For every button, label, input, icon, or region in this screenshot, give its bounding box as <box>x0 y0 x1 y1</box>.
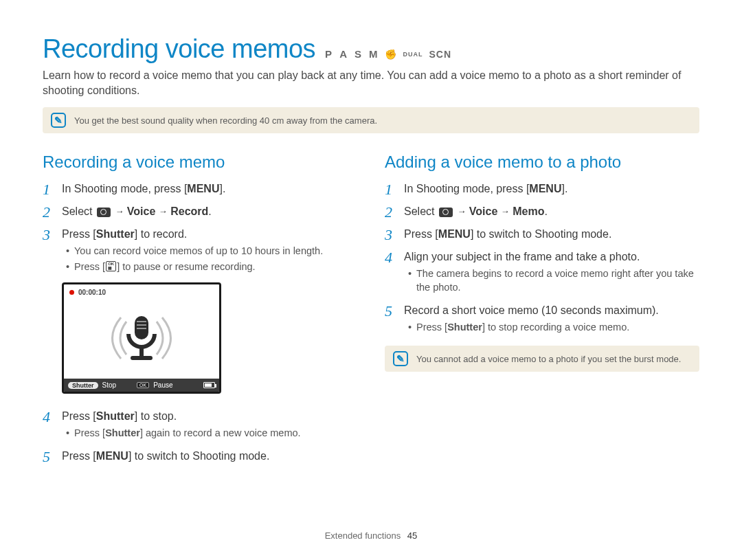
text: In Shooting mode, press [ <box>62 183 187 194</box>
step-number: 1 <box>385 181 397 197</box>
text: Select <box>404 205 438 217</box>
text: Press [ <box>74 261 105 272</box>
arrow-icon: → <box>115 206 124 216</box>
intro-text: Learn how to record a voice memo that yo… <box>43 68 699 98</box>
text: Select <box>62 205 95 217</box>
arrow-icon: → <box>159 206 168 216</box>
right-heading: Adding a voice memo to a photo <box>385 153 699 172</box>
text: Press [ <box>404 228 438 240</box>
menu-button-label: MENU <box>187 183 219 194</box>
menu-button-label: MENU <box>438 228 471 240</box>
step-number: 5 <box>43 449 55 464</box>
text: In Shooting mode, press [ <box>404 183 529 194</box>
mode-m: M <box>369 48 379 60</box>
shutter-label: Shutter <box>96 410 135 422</box>
tip-text: You get the best sound quality when reco… <box>74 115 377 126</box>
text: Record a short voice memo (10 seconds ma… <box>404 304 659 316</box>
menu-path-record: Record <box>170 205 208 217</box>
menu-path-voice: Voice <box>127 205 156 217</box>
mode-dual: DUAL <box>403 51 423 58</box>
left-column: Recording a voice memo 1 In Shooting mod… <box>43 153 357 471</box>
text: Press [ <box>62 450 96 462</box>
shutter-label: Shutter <box>447 322 482 333</box>
camera-icon <box>439 208 453 217</box>
text: Press [ <box>62 410 96 422</box>
text: ] to record. <box>135 228 187 240</box>
left-step-5: 5 Press [MENU] to switch to Shooting mod… <box>43 449 357 464</box>
step-number: 4 <box>385 249 397 296</box>
right-column: Adding a voice memo to a photo 1 In Shoo… <box>385 153 699 471</box>
mode-hand-icon: ✊ <box>385 49 396 60</box>
menu-path-voice: Voice <box>469 205 498 217</box>
shutter-label: Shutter <box>105 427 140 438</box>
ok-icon: OK▦ <box>106 261 116 271</box>
text: Press [ <box>74 427 105 438</box>
substep: You can record voice memos of up to 10 h… <box>66 245 357 258</box>
lcd-pause-label: Pause <box>153 381 172 389</box>
step-number: 2 <box>385 204 397 220</box>
arrow-icon: → <box>501 206 510 216</box>
mode-s: S <box>355 48 363 60</box>
left-step-3: 3 Press [Shutter] to record. You can rec… <box>43 227 357 276</box>
text: ]. <box>561 183 567 194</box>
step-number: 4 <box>43 409 55 442</box>
shutter-label: Shutter <box>96 228 135 240</box>
note-icon: ✎ <box>393 351 408 366</box>
svg-rect-1 <box>139 346 144 356</box>
step-number: 1 <box>43 181 55 197</box>
step-number: 5 <box>385 303 397 336</box>
mode-a: A <box>339 48 348 60</box>
note-icon: ✎ <box>51 113 66 128</box>
svg-rect-0 <box>135 316 148 339</box>
page-footer: Extended functions 45 <box>0 530 742 541</box>
right-step-3: 3 Press [MENU] to switch to Shooting mod… <box>385 227 699 243</box>
left-step-2: 2 Select → Voice → Record. <box>43 204 357 220</box>
tip-bar-top: ✎ You get the best sound quality when re… <box>43 107 699 133</box>
arrow-icon: → <box>457 206 466 216</box>
tip-bar-right: ✎ You cannot add a voice memo to a photo… <box>385 346 699 372</box>
text: ] to stop. <box>135 410 177 422</box>
left-heading: Recording a voice memo <box>43 153 357 172</box>
menu-button-label: MENU <box>96 450 128 462</box>
record-dot-icon <box>69 290 74 295</box>
menu-button-label: MENU <box>529 183 561 194</box>
mode-indicators: P A S M ✊ DUAL SCN <box>325 48 451 60</box>
text: ]. <box>219 183 225 194</box>
right-step-1: 1 In Shooting mode, press [MENU]. <box>385 181 699 197</box>
text: . <box>544 205 547 217</box>
left-step-4: 4 Press [Shutter] to stop. Press [Shutte… <box>43 409 357 442</box>
text: Press [ <box>416 322 447 333</box>
substep: Press [OK▦] to pause or resume recording… <box>66 260 357 274</box>
substep: Press [Shutter] again to record a new vo… <box>66 427 357 440</box>
text: ] to switch to Shooting mode. <box>128 450 269 462</box>
substep: The camera begins to record a voice memo… <box>408 267 699 294</box>
lcd-shutter-pill: Shutter <box>68 382 98 389</box>
lcd-timer: 00:00:10 <box>78 289 106 296</box>
step-number: 3 <box>385 227 397 243</box>
text: ] to switch to Shooting mode. <box>471 228 611 240</box>
right-step-5: 5 Record a short voice memo (10 seconds … <box>385 303 699 336</box>
right-step-2: 2 Select → Voice → Memo. <box>385 204 699 220</box>
camera-lcd-illustration: 00:00:10 <box>62 282 221 394</box>
footer-section: Extended functions <box>325 530 401 541</box>
mode-scn: SCN <box>429 49 451 60</box>
text: Align your subject in the frame and take… <box>404 251 640 262</box>
lcd-stop-label: Stop <box>102 381 117 389</box>
right-step-4: 4 Align your subject in the frame and ta… <box>385 249 699 296</box>
left-step-1: 1 In Shooting mode, press [MENU]. <box>43 181 357 197</box>
page-title: Recording voice memos <box>43 34 315 64</box>
text: ] to pause or resume recording. <box>117 261 256 272</box>
text: . <box>208 205 211 217</box>
page-number: 45 <box>407 530 417 541</box>
tip-text: You cannot add a voice memo to a photo i… <box>416 354 681 364</box>
microphone-icon <box>93 304 190 372</box>
menu-path-memo: Memo <box>513 205 544 217</box>
battery-icon <box>203 382 215 388</box>
text: ] again to record a new voice memo. <box>140 427 301 438</box>
text: Press [ <box>62 228 96 240</box>
svg-rect-2 <box>131 356 153 360</box>
step-number: 2 <box>43 204 55 220</box>
lcd-ok-icon: OK <box>137 382 149 388</box>
text: ] to stop recording a voice memo. <box>482 322 629 333</box>
step-number: 3 <box>43 227 55 276</box>
